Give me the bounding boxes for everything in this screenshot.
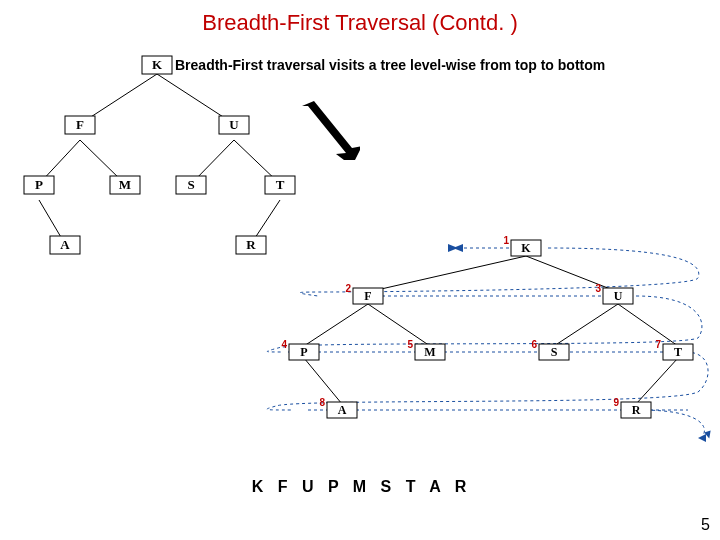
svg-line-26	[368, 256, 526, 292]
trav-node-A: A	[338, 403, 347, 417]
svg-line-27	[526, 256, 618, 292]
trav-node-P: P	[300, 345, 307, 359]
visit-order-5: 5	[407, 339, 413, 350]
traversal-sequence: K F U P M S T A R	[0, 478, 720, 496]
trav-node-R: R	[632, 403, 641, 417]
visit-order-8: 8	[319, 397, 325, 408]
trav-node-U: U	[614, 289, 623, 303]
svg-line-29	[368, 304, 430, 346]
traversal-tree-diagram: 1 2 3 4 5 6 7 8 9 K F U P M S T A R	[258, 230, 713, 460]
transition-arrow-icon	[300, 100, 360, 160]
slide-title: Breadth-First Traversal (Contd. )	[0, 10, 720, 36]
trav-node-K: K	[521, 241, 531, 255]
visit-order-2: 2	[345, 283, 351, 294]
trav-node-F: F	[364, 289, 371, 303]
tree-node-T: T	[276, 177, 285, 192]
tree-node-U: U	[229, 117, 239, 132]
visit-order-9: 9	[613, 397, 619, 408]
tree-node-R: R	[246, 237, 256, 252]
tree-node-P: P	[35, 177, 43, 192]
tree-node-M: M	[119, 177, 131, 192]
tree-node-K: K	[152, 57, 163, 72]
trav-node-T: T	[674, 345, 682, 359]
visit-order-7: 7	[655, 339, 661, 350]
visit-order-1: 1	[503, 235, 509, 246]
visit-order-3: 3	[595, 283, 601, 294]
svg-line-31	[618, 304, 678, 346]
svg-marker-25	[698, 434, 706, 442]
tree-node-S: S	[187, 177, 194, 192]
tree-node-A: A	[60, 237, 70, 252]
tree-node-F: F	[76, 117, 84, 132]
visit-order-6: 6	[531, 339, 537, 350]
visit-order-4: 4	[281, 339, 287, 350]
svg-line-30	[554, 304, 618, 346]
svg-marker-17	[302, 101, 360, 160]
svg-line-28	[304, 304, 368, 346]
trav-node-M: M	[424, 345, 435, 359]
trav-node-S: S	[551, 345, 558, 359]
svg-marker-23	[448, 244, 458, 252]
page-number: 5	[701, 516, 710, 534]
